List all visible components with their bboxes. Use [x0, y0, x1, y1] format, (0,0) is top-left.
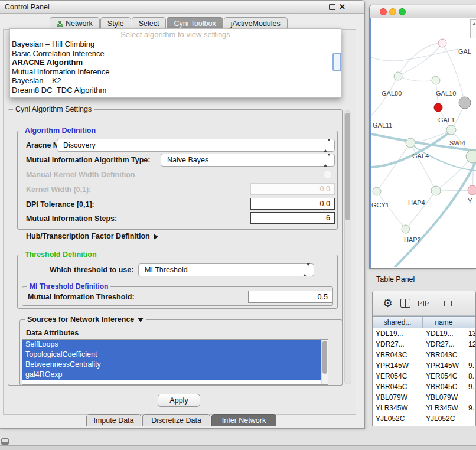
cell-name: YER054C [423, 371, 465, 381]
network-node[interactable] [406, 138, 415, 148]
cell-extra: 9. [465, 403, 475, 413]
node-label: HAP2 [404, 236, 421, 243]
mi-steps-input[interactable]: 6 [250, 212, 335, 224]
hub-section-toggle[interactable]: Hub/Transcription Factor Definition [26, 232, 158, 240]
gear-icon[interactable]: ⚙ [383, 298, 393, 309]
network-edge [377, 191, 406, 229]
settings-scrollbar[interactable] [344, 110, 351, 384]
aracne-mode-select[interactable]: Discovery [57, 139, 335, 152]
attribute-list-scrollbar[interactable] [321, 340, 328, 384]
bottom-tab-impute-data[interactable]: Impute Data [86, 414, 141, 426]
chevron-right-icon [154, 234, 158, 240]
tab-cyni-toolbox[interactable]: Cyni Toolbox [167, 17, 223, 30]
scrollbar-thumb[interactable] [322, 341, 327, 374]
panel-dock-icon[interactable] [1, 438, 9, 445]
network-node[interactable] [394, 72, 402, 80]
dpi-tolerance-input[interactable]: 0.0 [250, 198, 335, 210]
table-row[interactable]: YDL19...YDL19...13 [373, 328, 475, 339]
apply-label: Apply [169, 396, 188, 405]
tab-label: Infer Network [222, 416, 266, 425]
cell-shared: YJL052C [373, 413, 423, 424]
kernel-width-input[interactable]: 0.0 [250, 183, 335, 195]
node-label: GAL4 [412, 152, 429, 159]
network-node[interactable] [468, 185, 476, 195]
network-canvas[interactable]: GALGAL80GAL10GAL11GAL1SWI4GAL4GCY1HAP4YH… [370, 18, 476, 269]
network-edge [398, 76, 436, 81]
cell-name: YBR043C [423, 350, 465, 360]
close-icon[interactable]: ✕ [339, 2, 345, 12]
node-label: GAL1 [438, 116, 455, 123]
cell-shared: YLR345W [373, 403, 423, 413]
mi-type-label: Mutual Information Algorithm Type: [26, 156, 150, 164]
sources-toggle[interactable]: Sources for Network Inference [25, 315, 146, 324]
dropdown-option[interactable]: Dream8 DC_TDC Algorithm [10, 86, 341, 95]
attribute-item[interactable]: SelfLoops [22, 340, 322, 350]
scrollbar-thumb[interactable] [345, 113, 350, 220]
table-toolbar: ⚙ ✓ ✓ [373, 291, 475, 316]
node-label: GAL [458, 48, 471, 55]
cell-extra: 9. [465, 381, 475, 392]
table-row[interactable]: YBR045CYBR045C9. [373, 381, 475, 392]
cell-extra: 9. [465, 360, 475, 371]
algorithm-combobox-edge[interactable] [332, 53, 341, 71]
attribute-item[interactable]: TopologicalCoefficient [22, 350, 322, 360]
which-threshold-select[interactable]: MI Threshold [138, 263, 314, 276]
node-label: HAP4 [408, 199, 425, 206]
column-header-name[interactable]: name [423, 316, 465, 328]
table-row[interactable]: YER054CYER054C8. [373, 371, 475, 381]
network-node[interactable] [431, 186, 441, 195]
column-header-extra[interactable] [465, 316, 475, 328]
network-node[interactable] [402, 225, 410, 233]
network-node[interactable] [432, 76, 440, 84]
tab-select[interactable]: Select [132, 17, 167, 30]
stepper-arrows-icon [303, 266, 310, 274]
dropdown-option[interactable]: Bayesian – Hill Climbing [10, 40, 341, 49]
manual-kernel-checkbox[interactable] [324, 171, 331, 178]
dropdown-option[interactable]: Basic Correlation Inference [10, 49, 341, 58]
network-window-titlebar[interactable] [370, 5, 476, 18]
cell-shared: YBR043C [373, 350, 423, 360]
dropdown-option-selected[interactable]: ARACNE Algorithm [10, 58, 341, 67]
dropdown-placeholder: Select algorithm to view settings [10, 30, 341, 40]
network-node[interactable] [446, 125, 456, 135]
zoom-traffic-light[interactable] [399, 8, 406, 15]
field-value: 0.5 [318, 293, 328, 301]
tab-network[interactable]: Network [50, 17, 100, 30]
select-all-icon[interactable]: ✓ ✓ [418, 301, 431, 306]
canvas-scrollbar[interactable] [470, 19, 476, 38]
top-tab-bar: Network Style Select Cyni Toolbox jActiv… [50, 17, 288, 30]
table-row[interactable]: YJL052CYJL052C [373, 413, 475, 424]
dropdown-option[interactable]: Bayesian – K2 [10, 76, 341, 86]
minimize-traffic-light[interactable] [389, 8, 396, 15]
float-window-icon[interactable] [329, 4, 335, 10]
attribute-item[interactable]: gal4RGexp [22, 370, 322, 380]
tab-jactivemodules[interactable]: jActiveModules [224, 17, 288, 30]
network-node[interactable] [438, 39, 446, 47]
table-row[interactable]: YDR27...YDR27...12 [373, 339, 475, 350]
bottom-tab-discretize-data[interactable]: Discretize Data [142, 414, 210, 426]
table-row[interactable]: YBR043CYBR043C [373, 350, 475, 360]
attribute-item[interactable]: BetweennessCentrality [22, 360, 322, 370]
network-node[interactable] [459, 97, 471, 109]
columns-icon[interactable] [400, 299, 410, 308]
hub-section-label: Hub/Transcription Factor Definition [26, 232, 150, 240]
deselect-all-icon[interactable] [439, 301, 452, 306]
column-header-shared[interactable]: shared... [373, 316, 423, 328]
attribute-list[interactable]: SelfLoops TopologicalCoefficient Between… [22, 339, 328, 385]
table-row[interactable]: YLR345WYLR345W9. [373, 403, 475, 413]
mi-threshold-input[interactable]: 0.5 [248, 291, 332, 303]
control-panel-titlebar[interactable]: Control Panel ✕ [0, 1, 364, 14]
table-row[interactable]: YBL079WYBL079W [373, 392, 475, 403]
tab-style[interactable]: Style [100, 17, 131, 30]
bottom-tab-infer-network[interactable]: Infer Network [211, 414, 276, 426]
network-node[interactable] [434, 103, 442, 112]
close-traffic-light[interactable] [380, 8, 387, 15]
mi-type-select[interactable]: Naive Bayes [161, 154, 335, 167]
table-row[interactable]: YPR145WYPR145W9. [373, 360, 475, 371]
cell-name: YBL079W [423, 392, 465, 403]
apply-button[interactable]: Apply [158, 394, 200, 407]
network-edge [395, 160, 476, 267]
dropdown-option[interactable]: Mutual Information Inference [10, 67, 341, 77]
network-node[interactable] [466, 150, 476, 163]
network-node[interactable] [373, 187, 381, 195]
